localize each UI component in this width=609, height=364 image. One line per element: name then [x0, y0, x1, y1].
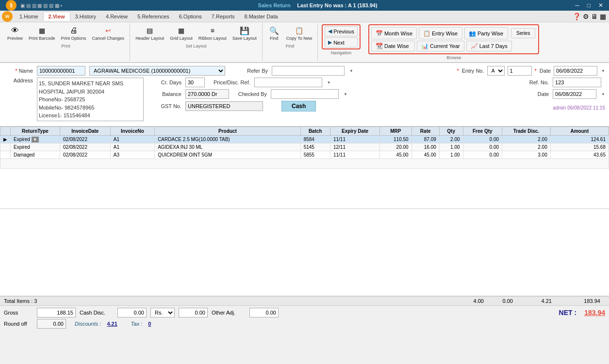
price-disc-arrow[interactable]: ▼ [327, 80, 331, 85]
menu-review[interactable]: 4.Review [101, 12, 132, 21]
batch-header: Batch [300, 127, 330, 136]
amount-cell: 124.61 [550, 136, 609, 143]
name-code-input[interactable] [37, 66, 85, 76]
settings-icon[interactable]: ⚙ [583, 13, 589, 20]
help-icon[interactable]: ❓ [573, 13, 581, 20]
minimize-button[interactable]: ─ [573, 2, 581, 9]
refer-by-dropdown-arrow[interactable]: ▼ [349, 69, 353, 73]
tax-value[interactable]: 0 [148, 321, 151, 327]
checked-by-arrow[interactable]: ▼ [344, 92, 347, 96]
grid-layout-button[interactable]: ▦ Grid Layout [167, 24, 195, 43]
date-wise-button[interactable]: 📆 Date Wise [371, 41, 415, 51]
monitor-icon[interactable]: 🖥 [591, 13, 598, 20]
name-dropdown[interactable]: AGRAWAL MEDICOSE (100000000001) [89, 66, 225, 76]
cancel-changes-button[interactable]: ↩ Cancel Changes [90, 24, 127, 43]
next-button[interactable]: ▶ Next [325, 37, 358, 47]
set-layout-group-label: Set Layout [133, 44, 259, 48]
preview-button[interactable]: 👁 Preview [5, 24, 25, 43]
bottom-area: Gross Cash Disc. Rs. Other Adj. NET : 18… [0, 305, 609, 332]
invoice-date-cell: 02/08/2022 [60, 151, 110, 159]
checked-by-input[interactable] [271, 89, 339, 99]
empty-grid-area [0, 209, 609, 296]
cash-disc-label: Cash Disc. [80, 310, 114, 316]
maximize-button[interactable]: □ [585, 2, 593, 9]
row-indicator [0, 143, 11, 151]
amount-cell: 43.65 [550, 151, 609, 159]
previous-button[interactable]: ◀ Previous [325, 26, 358, 36]
admin-info: admin 06/08/2022 11:15 [553, 105, 605, 111]
trade-disc-cell: 2.00 [502, 136, 551, 143]
menu-history[interactable]: 3.History [70, 12, 101, 21]
save-layout-button[interactable]: 💾 Save Layout [230, 24, 259, 43]
row-indicator-header [0, 127, 11, 136]
print-barcode-button[interactable]: ▦ Print Barcode [26, 24, 58, 43]
month-wise-button[interactable]: 📅 Month Wise [371, 27, 417, 39]
cash-button[interactable]: Cash [281, 101, 316, 111]
grid-icon[interactable]: ▦ [600, 13, 606, 20]
address-label: Address [4, 78, 33, 83]
round-off-input[interactable] [37, 319, 66, 329]
date2-arrow[interactable]: ▼ [601, 92, 605, 96]
navigation-group: ◀ Previous ▶ Next [322, 24, 361, 49]
batch-cell: 8584 [300, 136, 330, 143]
name-required: * [15, 68, 17, 74]
amount-cell: 15.68 [550, 143, 609, 151]
table-row-empty[interactable] [0, 159, 609, 169]
amount-header: Amount [550, 127, 609, 136]
date2-input[interactable] [553, 89, 596, 99]
date-required: * [535, 68, 537, 74]
batch-cell: 5855 [300, 151, 330, 159]
balance-label: Balance [152, 91, 181, 97]
series-button[interactable]: Series [511, 28, 535, 38]
current-year-button[interactable]: 📊 Current Year [417, 41, 464, 51]
invoice-no-cell: A1 [110, 143, 154, 151]
date-wise-icon: 📆 [376, 43, 383, 49]
address-line-5: License1- 151546484 [39, 111, 142, 120]
cancel-icon: ↩ [103, 26, 113, 35]
find-button[interactable]: 🔍 Find [265, 24, 283, 43]
refer-by-input[interactable] [272, 66, 345, 76]
date-input[interactable] [554, 66, 597, 76]
table-row[interactable]: ▶ Expired ▼ 02/08/2022 A1 CARDACE 2.5 MG… [0, 136, 609, 143]
close-button[interactable]: ✕ [596, 2, 605, 9]
entry-wise-button[interactable]: 📋 Entry Wise [419, 27, 462, 39]
rs-select[interactable]: Rs. [150, 308, 175, 317]
find-group-label: Find [265, 44, 314, 48]
price-disc-input[interactable] [254, 78, 322, 87]
browse-group-label: Browse [446, 55, 461, 60]
entry-series-select[interactable]: A [487, 66, 505, 76]
discounts-value[interactable]: 4.21 [107, 321, 117, 327]
table-row[interactable]: Damaged 02/08/2022 A3 QUICKDREM OINT 5GM… [0, 151, 609, 159]
table-row[interactable]: Expired 02/08/2022 A1 AGIDEXA INJ 30 ML … [0, 143, 609, 151]
expiry-date-cell: 11/11 [330, 136, 379, 143]
rs-value-input[interactable] [179, 308, 208, 317]
next-icon: ▶ [328, 39, 332, 46]
copy-to-new-button[interactable]: 📋 Copy To New [284, 24, 314, 43]
header-layout-button[interactable]: ▤ Header Layout [133, 24, 166, 43]
qty-cell: 2.00 [439, 136, 463, 143]
menu-home[interactable]: 1.Home [15, 12, 43, 21]
ribbon-layout-button[interactable]: ≡ Ribbon Layout [196, 24, 229, 43]
ref-no-input[interactable] [553, 78, 601, 87]
other-adj-input[interactable] [249, 308, 279, 317]
gross-input[interactable] [37, 308, 76, 317]
address-line-4: MobileNo- 9824578965 [39, 104, 142, 112]
cr-days-input[interactable] [185, 78, 205, 87]
mrp-cell: 20.00 [380, 143, 412, 151]
print-options-button[interactable]: 🖨 Print Options [59, 24, 89, 43]
month-wise-icon: 📅 [376, 30, 383, 37]
date-dropdown-arrow[interactable]: ▼ [601, 69, 605, 73]
party-wise-button[interactable]: 👥 Party Wise [464, 27, 508, 39]
grid-footer: Total Items : 3 4.00 0.00 4.21 183.94 [0, 296, 609, 305]
menu-reports[interactable]: 7.Reports [207, 12, 240, 21]
menu-options[interactable]: 6.Options [174, 12, 207, 21]
cash-disc-input[interactable] [117, 308, 147, 317]
menu-masterdata[interactable]: 8.Master Data [239, 12, 282, 21]
entry-no-input[interactable] [508, 66, 532, 76]
menu-view[interactable]: 2.View [43, 12, 70, 21]
return-type-cell: Expired ▼ [11, 136, 60, 143]
print-group-label: Print [5, 44, 127, 48]
gst-no-input[interactable] [185, 101, 263, 111]
last-7-days-button[interactable]: 📈 Last 7 Days [466, 41, 512, 51]
menu-references[interactable]: 5.References [132, 12, 174, 21]
